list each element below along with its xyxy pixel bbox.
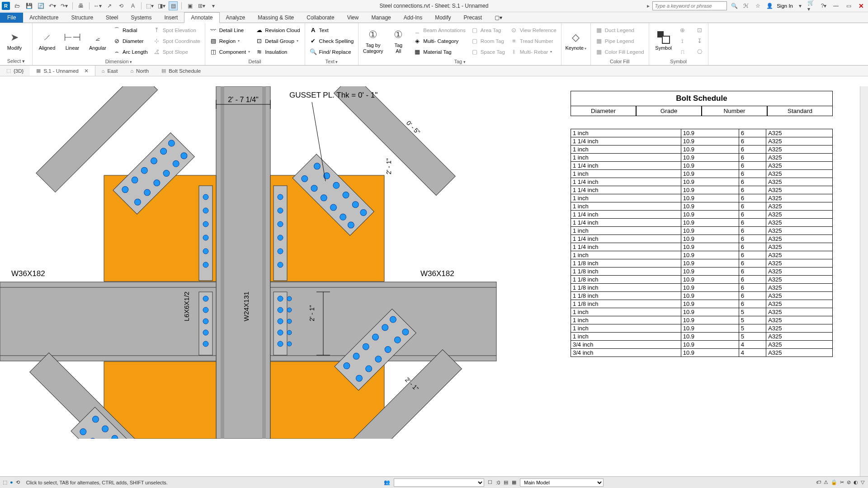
sb-i6[interactable]: ◐	[854, 479, 858, 485]
tab-architecture[interactable]: Architecture	[23, 13, 65, 23]
tab-analyze[interactable]: Analyze	[220, 13, 252, 23]
detail-group-button[interactable]: ⊡Detail Group	[254, 36, 302, 46]
qat-text-icon[interactable]: A	[128, 1, 137, 10]
qat-ortho-icon[interactable]: ⟲	[117, 1, 126, 10]
status-icon3[interactable]: ⟲	[16, 479, 20, 485]
status-graphics-icon[interactable]: 👥	[384, 479, 390, 485]
tag-group-label[interactable]: Tag	[454, 59, 465, 64]
status-model-icon[interactable]: ▦	[512, 479, 516, 485]
viewtab-north[interactable]: ⌂North	[124, 66, 155, 76]
tag-by-category-button[interactable]: ①Tag by Category	[361, 24, 385, 58]
viewtab--3d-[interactable]: ⬚{3D}	[0, 66, 30, 76]
material-tag-button[interactable]: ▦Material Tag	[412, 47, 467, 57]
text-button[interactable]: AText	[308, 25, 356, 35]
viewtab-east[interactable]: ⌂East	[95, 66, 124, 76]
find-button[interactable]: 🔍Find/ Replace	[308, 47, 356, 57]
linear-dim-button[interactable]: ⊢⊣Linear	[61, 24, 84, 58]
qat-dim-icon[interactable]: ↗	[105, 1, 114, 10]
close-button[interactable]: ✕	[856, 1, 866, 10]
sb-i2[interactable]: ⚠	[824, 479, 828, 485]
tab-manage[interactable]: Manage	[365, 13, 397, 23]
viewtab-s-1-unnamed[interactable]: ▦S.1 - Unnamed✕	[30, 66, 95, 76]
dimension-group-label[interactable]: Dimension	[105, 59, 132, 64]
modify-button[interactable]: ➤ Modify	[3, 24, 26, 57]
autodesk-icon[interactable]: ℋ	[741, 1, 750, 10]
tab-systems[interactable]: Systems	[124, 13, 158, 23]
sb-i7[interactable]: ▽	[861, 479, 864, 485]
close-icon[interactable]: ✕	[84, 68, 89, 74]
status-model-select[interactable]: Main Model	[520, 479, 604, 487]
ribbon-panel: ➤ Modify Select ▾ ⟋Aligned ⊢⊣Linear ⦟Ang…	[0, 23, 868, 66]
status-select[interactable]	[394, 479, 484, 487]
component-button[interactable]: ◫Component	[208, 47, 252, 57]
qat-print-icon[interactable]: 🖶	[76, 1, 85, 10]
user-icon[interactable]: 👤	[765, 1, 774, 10]
qat-open-icon[interactable]: 🗁	[13, 1, 22, 10]
qat-3d-icon[interactable]: ⬚▾	[145, 1, 154, 10]
exchange-icon[interactable]: 🛒▾	[807, 1, 816, 10]
bolt-schedule: Bolt Schedule Diameter Grade Number Stan…	[571, 91, 833, 357]
ribbon-expand-icon[interactable]: ▢▾	[488, 13, 509, 23]
tab-insert[interactable]: Insert	[158, 13, 184, 23]
angular-dim-button[interactable]: ⦟Angular	[86, 24, 109, 58]
sb-i3[interactable]: 🔒	[831, 479, 837, 485]
minimize-button[interactable]: —	[831, 1, 841, 10]
region-button[interactable]: ▨Region	[208, 36, 252, 46]
select-group-label[interactable]: Select ▾	[3, 57, 29, 65]
svg-point-82	[278, 235, 283, 240]
tab-modify[interactable]: Modify	[429, 13, 457, 23]
app-logo[interactable]: R	[2, 2, 10, 10]
tab-annotate[interactable]: Annotate	[184, 12, 219, 23]
restore-button[interactable]: ▭	[844, 1, 854, 10]
tab-precast[interactable]: Precast	[458, 13, 489, 23]
radial-button[interactable]: ⌒Radial	[111, 25, 150, 35]
qat-measure-icon[interactable]: ↔▾	[93, 1, 102, 10]
keynote-button[interactable]: ◇Keynote	[564, 24, 588, 58]
search-arrow-icon: ▸	[647, 3, 650, 9]
diameter-button[interactable]: ⊘Diameter	[111, 36, 150, 46]
tab-collaborate[interactable]: Collaborate	[300, 13, 340, 23]
sb-i5[interactable]: ⊘	[847, 479, 851, 485]
insulation-button[interactable]: ≋Insulation	[254, 47, 302, 57]
help-icon[interactable]: ?▾	[819, 1, 828, 10]
qat-section-icon[interactable]: ◨▾	[157, 1, 166, 10]
qat-redo-icon[interactable]: ↷▾	[60, 1, 69, 10]
sym4-icon: ⊡	[696, 27, 703, 34]
qat-save-icon[interactable]: 💾	[24, 1, 33, 10]
signin-link[interactable]: Sign In	[777, 3, 793, 9]
status-icon1[interactable]: ⬚	[3, 479, 7, 485]
sb-i4[interactable]: ✂	[840, 479, 844, 485]
signin-dd-icon[interactable]: ▾	[796, 1, 805, 10]
hdr-standard: Standard	[767, 106, 833, 116]
detail-line-button[interactable]: 〰Detail Line	[208, 25, 252, 35]
symbol-button[interactable]: Symbol	[652, 24, 675, 58]
tab-massing-site[interactable]: Massing & Site	[251, 13, 300, 23]
viewtab-bolt-schedule[interactable]: ▤Bolt Schedule	[155, 66, 207, 76]
tab-file[interactable]: File	[0, 13, 23, 23]
qat-close-icon[interactable]: ▣	[185, 1, 194, 10]
tab-add-ins[interactable]: Add-Ins	[397, 13, 429, 23]
arc-length-button[interactable]: ⌢Arc Length	[111, 47, 150, 57]
qat-switch-icon[interactable]: ⊞▾	[197, 1, 206, 10]
revision-cloud-button[interactable]: ☁Revision Cloud	[254, 25, 302, 35]
tab-structure[interactable]: Structure	[65, 13, 99, 23]
qat-sync-icon[interactable]: 🔄	[36, 1, 45, 10]
star-icon[interactable]: ☆	[753, 1, 762, 10]
canvas[interactable]: 2' - 7 1/4" GUSSET PL. Thk = 0' - 1" W36…	[0, 86, 860, 476]
multi-cat-button[interactable]: ◈Multi- Category	[412, 36, 467, 46]
qat-undo-icon[interactable]: ↶▾	[48, 1, 57, 10]
aligned-dim-button[interactable]: ⟋Aligned	[35, 24, 59, 58]
qat-dropdown-icon[interactable]: ▾	[209, 1, 218, 10]
text-group-label[interactable]: Text	[326, 59, 338, 64]
infocenter-search-icon[interactable]: 🔍	[730, 1, 739, 10]
spell-button[interactable]: ✔Check Spelling	[308, 36, 356, 46]
status-icon2[interactable]: ●	[10, 479, 13, 485]
sb-i1[interactable]: 🏷	[816, 479, 821, 485]
vertical-scrollbar[interactable]	[860, 86, 868, 476]
status-filter-icon[interactable]: ▤	[504, 479, 508, 485]
tab-view[interactable]: View	[341, 13, 365, 23]
qat-thinlines-icon[interactable]: ▤	[169, 1, 178, 10]
svg-point-86	[203, 307, 208, 313]
tab-steel[interactable]: Steel	[99, 13, 124, 23]
search-input[interactable]	[652, 1, 727, 10]
